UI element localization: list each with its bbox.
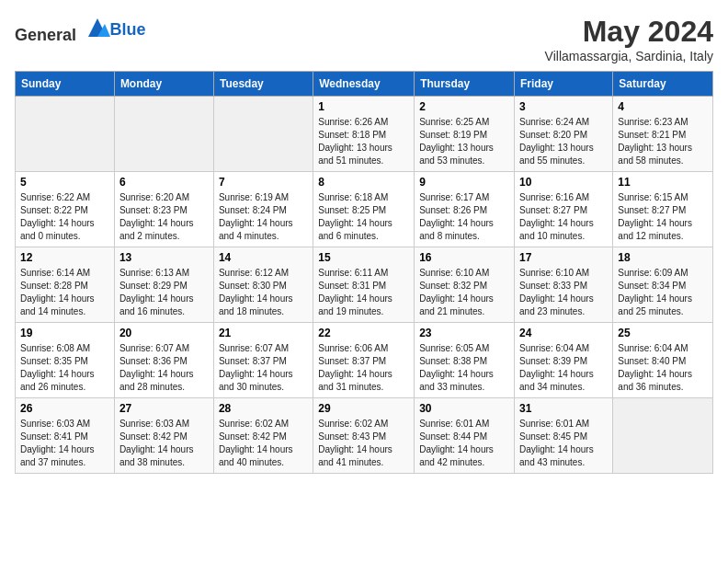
table-row (114, 97, 213, 172)
table-row: 19Sunrise: 6:08 AM Sunset: 8:35 PM Dayli… (16, 323, 115, 398)
weekday-header-monday: Monday (114, 72, 213, 97)
table-row: 17Sunrise: 6:10 AM Sunset: 8:33 PM Dayli… (515, 247, 613, 323)
day-number: 19 (20, 327, 109, 339)
table-row: 2Sunrise: 6:25 AM Sunset: 8:19 PM Daylig… (415, 97, 515, 172)
day-info: Sunrise: 6:11 AM Sunset: 8:31 PM Dayligh… (318, 267, 409, 318)
table-row: 1Sunrise: 6:26 AM Sunset: 8:18 PM Daylig… (313, 97, 415, 172)
table-row: 24Sunrise: 6:04 AM Sunset: 8:39 PM Dayli… (515, 323, 613, 398)
table-row: 21Sunrise: 6:07 AM Sunset: 8:37 PM Dayli… (213, 323, 313, 398)
table-row (613, 398, 713, 474)
day-info: Sunrise: 6:07 AM Sunset: 8:37 PM Dayligh… (219, 342, 308, 394)
table-row: 26Sunrise: 6:03 AM Sunset: 8:41 PM Dayli… (16, 398, 115, 474)
day-info: Sunrise: 6:02 AM Sunset: 8:43 PM Dayligh… (318, 418, 409, 469)
day-number: 16 (419, 251, 509, 264)
day-number: 2 (419, 100, 509, 113)
day-number: 11 (618, 176, 708, 189)
table-row: 23Sunrise: 6:05 AM Sunset: 8:38 PM Dayli… (415, 323, 515, 398)
table-row: 22Sunrise: 6:06 AM Sunset: 8:37 PM Dayli… (313, 323, 415, 398)
calendar-table: SundayMondayTuesdayWednesdayThursdayFrid… (15, 71, 713, 474)
table-row: 4Sunrise: 6:23 AM Sunset: 8:21 PM Daylig… (613, 97, 713, 172)
day-number: 17 (519, 251, 608, 264)
table-row: 15Sunrise: 6:11 AM Sunset: 8:31 PM Dayli… (313, 247, 415, 323)
logo-general: General (15, 26, 76, 44)
table-row: 3Sunrise: 6:24 AM Sunset: 8:20 PM Daylig… (515, 97, 613, 172)
table-row: 31Sunrise: 6:01 AM Sunset: 8:45 PM Dayli… (515, 398, 613, 474)
day-number: 28 (219, 402, 308, 415)
day-info: Sunrise: 6:03 AM Sunset: 8:42 PM Dayligh… (119, 418, 209, 469)
day-info: Sunrise: 6:05 AM Sunset: 8:38 PM Dayligh… (419, 342, 509, 394)
day-number: 5 (20, 176, 109, 189)
day-info: Sunrise: 6:09 AM Sunset: 8:34 PM Dayligh… (618, 267, 708, 318)
day-info: Sunrise: 6:04 AM Sunset: 8:39 PM Dayligh… (519, 342, 608, 394)
location-subtitle: Villamassargia, Sardinia, Italy (545, 49, 713, 63)
day-info: Sunrise: 6:22 AM Sunset: 8:22 PM Dayligh… (20, 191, 109, 243)
month-year-title: May 2024 (545, 15, 713, 49)
day-info: Sunrise: 6:13 AM Sunset: 8:29 PM Dayligh… (119, 267, 209, 318)
day-info: Sunrise: 6:18 AM Sunset: 8:25 PM Dayligh… (318, 191, 409, 243)
day-info: Sunrise: 6:25 AM Sunset: 8:19 PM Dayligh… (419, 116, 509, 167)
weekday-header-saturday: Saturday (613, 72, 713, 97)
table-row: 10Sunrise: 6:16 AM Sunset: 8:27 PM Dayli… (515, 172, 613, 247)
calendar-week-row: 26Sunrise: 6:03 AM Sunset: 8:41 PM Dayli… (16, 398, 713, 474)
day-info: Sunrise: 6:16 AM Sunset: 8:27 PM Dayligh… (519, 191, 608, 243)
day-info: Sunrise: 6:03 AM Sunset: 8:41 PM Dayligh… (20, 418, 109, 469)
calendar-week-row: 1Sunrise: 6:26 AM Sunset: 8:18 PM Daylig… (16, 97, 713, 172)
day-number: 29 (318, 402, 409, 415)
table-row: 25Sunrise: 6:04 AM Sunset: 8:40 PM Dayli… (613, 323, 713, 398)
table-row: 8Sunrise: 6:18 AM Sunset: 8:25 PM Daylig… (313, 172, 415, 247)
day-info: Sunrise: 6:02 AM Sunset: 8:42 PM Dayligh… (219, 418, 308, 469)
day-number: 24 (519, 327, 608, 339)
title-section: May 2024 Villamassargia, Sardinia, Italy (545, 15, 713, 63)
day-number: 4 (618, 100, 708, 113)
day-number: 22 (318, 327, 409, 339)
day-number: 3 (519, 100, 608, 113)
day-number: 30 (419, 402, 509, 415)
table-row: 27Sunrise: 6:03 AM Sunset: 8:42 PM Dayli… (114, 398, 213, 474)
day-number: 1 (318, 100, 409, 113)
table-row: 13Sunrise: 6:13 AM Sunset: 8:29 PM Dayli… (114, 247, 213, 323)
weekday-header-tuesday: Tuesday (213, 72, 313, 97)
table-row: 30Sunrise: 6:01 AM Sunset: 8:44 PM Dayli… (415, 398, 515, 474)
page-header: General Blue May 2024 Villamassargia, Sa… (15, 15, 713, 63)
day-number: 27 (119, 402, 209, 415)
weekday-header-wednesday: Wednesday (313, 72, 415, 97)
weekday-header-sunday: Sunday (16, 72, 115, 97)
day-info: Sunrise: 6:20 AM Sunset: 8:23 PM Dayligh… (119, 191, 209, 243)
day-number: 8 (318, 176, 409, 189)
table-row: 5Sunrise: 6:22 AM Sunset: 8:22 PM Daylig… (16, 172, 115, 247)
weekday-header-row: SundayMondayTuesdayWednesdayThursdayFrid… (16, 72, 713, 97)
table-row (213, 97, 313, 172)
table-row: 20Sunrise: 6:07 AM Sunset: 8:36 PM Dayli… (114, 323, 213, 398)
day-number: 20 (119, 327, 209, 339)
day-number: 7 (219, 176, 308, 189)
logo-blue: Blue (110, 20, 146, 39)
day-number: 31 (519, 402, 608, 415)
day-number: 10 (519, 176, 608, 189)
day-info: Sunrise: 6:19 AM Sunset: 8:24 PM Dayligh… (219, 191, 308, 243)
table-row (16, 97, 115, 172)
day-info: Sunrise: 6:01 AM Sunset: 8:44 PM Dayligh… (419, 418, 509, 469)
weekday-header-friday: Friday (515, 72, 613, 97)
day-number: 15 (318, 251, 409, 264)
table-row: 7Sunrise: 6:19 AM Sunset: 8:24 PM Daylig… (213, 172, 313, 247)
day-info: Sunrise: 6:07 AM Sunset: 8:36 PM Dayligh… (119, 342, 209, 394)
table-row: 12Sunrise: 6:14 AM Sunset: 8:28 PM Dayli… (16, 247, 115, 323)
table-row: 29Sunrise: 6:02 AM Sunset: 8:43 PM Dayli… (313, 398, 415, 474)
table-row: 6Sunrise: 6:20 AM Sunset: 8:23 PM Daylig… (114, 172, 213, 247)
table-row: 28Sunrise: 6:02 AM Sunset: 8:42 PM Dayli… (213, 398, 313, 474)
day-info: Sunrise: 6:15 AM Sunset: 8:27 PM Dayligh… (618, 191, 708, 243)
day-number: 23 (419, 327, 509, 339)
day-info: Sunrise: 6:04 AM Sunset: 8:40 PM Dayligh… (618, 342, 708, 394)
day-number: 14 (219, 251, 308, 264)
table-row: 16Sunrise: 6:10 AM Sunset: 8:32 PM Dayli… (415, 247, 515, 323)
weekday-header-thursday: Thursday (415, 72, 515, 97)
table-row: 11Sunrise: 6:15 AM Sunset: 8:27 PM Dayli… (613, 172, 713, 247)
calendar-week-row: 5Sunrise: 6:22 AM Sunset: 8:22 PM Daylig… (16, 172, 713, 247)
day-info: Sunrise: 6:06 AM Sunset: 8:37 PM Dayligh… (318, 342, 409, 394)
day-info: Sunrise: 6:26 AM Sunset: 8:18 PM Dayligh… (318, 116, 409, 167)
day-info: Sunrise: 6:01 AM Sunset: 8:45 PM Dayligh… (519, 418, 608, 469)
day-info: Sunrise: 6:14 AM Sunset: 8:28 PM Dayligh… (20, 267, 109, 318)
day-info: Sunrise: 6:23 AM Sunset: 8:21 PM Dayligh… (618, 116, 708, 167)
day-info: Sunrise: 6:10 AM Sunset: 8:32 PM Dayligh… (419, 267, 509, 318)
day-number: 25 (618, 327, 708, 339)
